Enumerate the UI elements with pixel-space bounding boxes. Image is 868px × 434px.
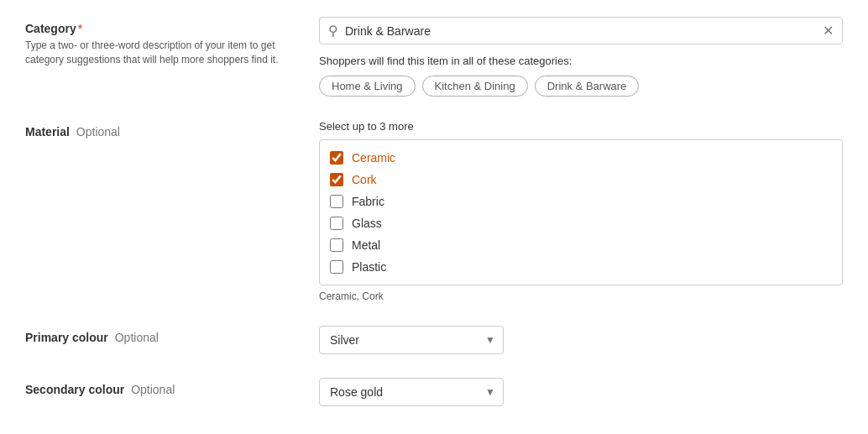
glass-label: Glass xyxy=(352,217,382,230)
material-item-cork[interactable]: Cork xyxy=(320,169,842,191)
primary-colour-dropdown-wrapper: Silver Gold Rose gold Black White ▼ xyxy=(319,326,504,354)
fabric-label: Fabric xyxy=(352,195,384,208)
select-up-to-text: Select up to 3 more xyxy=(319,120,843,133)
category-control-col: ⚲ ✕ Shoppers will find this item in all … xyxy=(319,17,843,97)
personalised-row: Can be personalised Optional Yes No xyxy=(25,430,843,434)
material-list: Ceramic Cork Fabric Glass Metal xyxy=(320,140,842,285)
metal-checkbox[interactable] xyxy=(330,238,343,252)
material-list-wrapper: Ceramic Cork Fabric Glass Metal xyxy=(319,139,843,285)
ceramic-label: Ceramic xyxy=(352,151,395,165)
category-tags: Home & Living Kitchen & Dining Drink & B… xyxy=(319,76,843,97)
secondary-colour-select[interactable]: Rose gold Silver Gold Black White xyxy=(319,378,504,406)
clear-icon[interactable]: ✕ xyxy=(823,24,834,38)
primary-colour-label-col: Primary colour Optional xyxy=(25,326,302,344)
material-control-col: Select up to 3 more Ceramic Cork Fabric xyxy=(319,120,843,302)
secondary-colour-control-col: Rose gold Silver Gold Black White ▼ xyxy=(319,378,843,406)
material-item-plastic[interactable]: Plastic xyxy=(320,256,842,278)
metal-label: Metal xyxy=(352,238,380,252)
material-item-metal[interactable]: Metal xyxy=(320,234,842,256)
category-label-col: Category* Type a two- or three-word desc… xyxy=(25,17,302,67)
shoppers-text: Shoppers will find this item in all of t… xyxy=(319,55,843,67)
primary-colour-control-col: Silver Gold Rose gold Black White ▼ xyxy=(319,326,843,354)
primary-colour-select[interactable]: Silver Gold Rose gold Black White xyxy=(319,326,504,354)
category-row: Category* Type a two- or three-word desc… xyxy=(25,17,843,97)
material-selected-values: Ceramic, Cork xyxy=(319,290,843,302)
primary-colour-row: Primary colour Optional Silver Gold Rose… xyxy=(25,326,843,354)
cork-checkbox[interactable] xyxy=(330,173,343,186)
primary-colour-label: Primary colour Optional xyxy=(25,331,302,344)
material-item-glass[interactable]: Glass xyxy=(320,212,842,234)
ceramic-checkbox[interactable] xyxy=(330,151,343,165)
tag-home-living[interactable]: Home & Living xyxy=(319,76,416,97)
plastic-checkbox[interactable] xyxy=(330,260,343,274)
secondary-colour-row: Secondary colour Optional Rose gold Silv… xyxy=(25,378,843,406)
plastic-label: Plastic xyxy=(352,260,386,274)
category-hint: Type a two- or three-word description of… xyxy=(25,39,302,67)
tag-kitchen-dining[interactable]: Kitchen & Dining xyxy=(422,76,528,97)
material-item-ceramic[interactable]: Ceramic xyxy=(320,147,842,169)
secondary-colour-label: Secondary colour Optional xyxy=(25,383,302,396)
material-label: Material Optional xyxy=(25,125,302,139)
cork-label: Cork xyxy=(352,173,377,186)
required-asterisk: * xyxy=(78,22,82,35)
category-search-input[interactable] xyxy=(345,24,823,38)
personalised-control-col: Yes No xyxy=(319,430,843,434)
material-label-col: Material Optional xyxy=(25,120,302,139)
personalised-label-col: Can be personalised Optional xyxy=(25,430,302,434)
category-label: Category* xyxy=(25,22,302,35)
secondary-colour-label-col: Secondary colour Optional xyxy=(25,378,302,396)
category-search-wrapper: ⚲ ✕ xyxy=(319,17,843,44)
tag-drink-barware[interactable]: Drink & Barware xyxy=(535,76,640,97)
material-row: Material Optional Select up to 3 more Ce… xyxy=(25,120,843,302)
search-icon: ⚲ xyxy=(328,23,338,39)
fabric-checkbox[interactable] xyxy=(330,195,343,208)
personalised-radio-group: Yes No xyxy=(319,430,843,434)
glass-checkbox[interactable] xyxy=(330,217,343,230)
secondary-colour-dropdown-wrapper: Rose gold Silver Gold Black White ▼ xyxy=(319,378,504,406)
material-item-fabric[interactable]: Fabric xyxy=(320,191,842,212)
